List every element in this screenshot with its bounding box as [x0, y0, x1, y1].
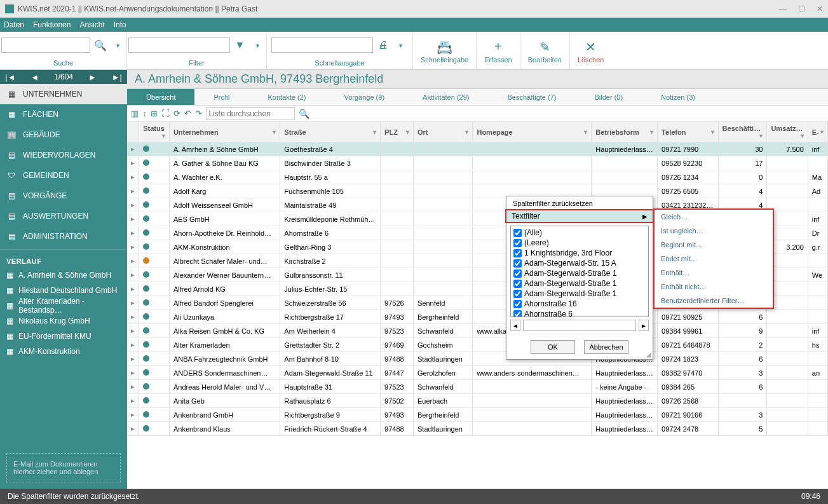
row-handle[interactable]: ▸	[127, 212, 139, 226]
search-icon[interactable]: 🔍	[93, 37, 108, 53]
sidebar-item-gemeinden[interactable]: 🛡GEMEINDEN	[0, 165, 127, 186]
filter-option[interactable]: (Alle)	[512, 228, 647, 238]
row-handle[interactable]: ▸	[127, 352, 139, 366]
filter-option[interactable]: Adam-Stegerwald-Straße 1	[512, 278, 647, 289]
col-header[interactable]: Status▾	[139, 122, 170, 142]
filter-dropdown-icon[interactable]: ▾	[250, 37, 266, 53]
sidebar-item-unternehmen[interactable]: ▦UNTERNEHMEN	[0, 84, 127, 104]
expand-icon[interactable]: ⛶	[161, 109, 170, 118]
table-row[interactable]: ▸Alter KramerladenGrettstadter Str. 2974…	[127, 338, 828, 352]
textfilter-option[interactable]: Benutzerdefinierter Filter…	[655, 294, 773, 308]
filter-funnel-icon[interactable]: ▾	[584, 128, 587, 135]
nav-prev-icon[interactable]: ◄	[31, 72, 39, 82]
table-row[interactable]: ▸Ali UzunkayaRichtbergstraße 1797493Berg…	[127, 310, 828, 324]
redo-icon[interactable]: ↷	[195, 109, 202, 118]
row-handle[interactable]: ▸	[127, 324, 139, 338]
row-handle[interactable]: ▸	[127, 254, 139, 268]
history-item[interactable]: ▦Hiestand Deutschland GmbH	[0, 283, 127, 298]
refresh-icon[interactable]: ⟳	[173, 109, 180, 118]
row-handle[interactable]: ▸	[127, 408, 139, 422]
filter-checkbox[interactable]	[513, 310, 522, 318]
filter-option[interactable]: (Leere)	[512, 238, 647, 248]
menu-ansicht[interactable]: Ansicht	[79, 20, 104, 29]
sidebar-item-administration[interactable]: ▤ADMINISTRATION	[0, 226, 127, 247]
menu-info[interactable]: Info	[114, 20, 126, 29]
filter-checkbox[interactable]	[513, 259, 522, 268]
menu-daten[interactable]: Daten	[4, 20, 24, 29]
maximize-button[interactable]: ☐	[798, 4, 805, 13]
resize-handle-icon[interactable]: ◢	[646, 351, 651, 358]
delete-button[interactable]: ✕ Löschen	[570, 32, 612, 69]
filter-ok-button[interactable]: OK	[531, 340, 575, 354]
col-header[interactable]: Telefon▾	[658, 122, 719, 142]
filter-scroll-left[interactable]: ◄	[510, 320, 520, 331]
table-row[interactable]: ▸ANDERS Sondermaschinen…Adam-Stegerwald-…	[127, 366, 828, 380]
textfilter-option[interactable]: Endet mit…	[655, 252, 773, 266]
history-item[interactable]: ▦Nikolaus Krug GmbH	[0, 313, 127, 329]
quickin-button[interactable]: 📇 Schnelleingabe	[413, 32, 477, 69]
edit-button[interactable]: ✎ Bearbeiten	[520, 32, 570, 69]
col-header[interactable]: Umsatz…▾	[767, 122, 808, 142]
history-item[interactable]: ▦EU-Fördermittel KMU	[0, 329, 127, 344]
printer-icon[interactable]: 🖨	[376, 37, 391, 53]
table-row[interactable]: ▸Anita GebRathausplatz 697502EuerbachHau…	[127, 394, 828, 408]
col-header[interactable]: Beschäftig…▾	[718, 122, 767, 142]
quickout-dropdown-icon[interactable]: ▾	[393, 37, 409, 53]
close-button[interactable]: ✕	[817, 4, 823, 13]
tab-7[interactable]: Notizen (3)	[642, 89, 714, 105]
tab-0[interactable]: Übersicht	[127, 89, 194, 105]
row-handle[interactable]: ▸	[127, 184, 139, 198]
textfilter-option[interactable]: Ist ungleich…	[655, 224, 773, 238]
col-header[interactable]: Betriebsform▾	[592, 122, 658, 142]
sidebar-item-vorgänge[interactable]: ▤VORGÄNGE	[0, 186, 127, 206]
table-row[interactable]: ▸A. Wachter e.K.Hauptstr. 55 a09726 1234…	[127, 170, 828, 184]
filter-textfilter[interactable]: Textfilter ▶	[505, 209, 654, 223]
tab-2[interactable]: Kontakte (2)	[249, 89, 325, 105]
row-handle[interactable]: ▸	[127, 422, 139, 436]
nav-next-icon[interactable]: ►	[88, 72, 97, 82]
row-handle[interactable]: ▸	[127, 268, 139, 282]
row-handle[interactable]: ▸	[127, 142, 139, 156]
filter-funnel-icon[interactable]: ▾	[465, 128, 468, 135]
table-row[interactable]: ▸Alka Reisen GmbH & Co. KGAm Weiherlein …	[127, 324, 828, 338]
row-handle[interactable]: ▸	[127, 198, 139, 212]
filter-checkbox[interactable]	[513, 290, 522, 298]
textfilter-option[interactable]: Enthält nicht…	[655, 280, 773, 294]
filter-option[interactable]: Adam-Stegerwald-Straße 1	[512, 268, 647, 278]
tab-1[interactable]: Profil	[194, 89, 248, 105]
table-row[interactable]: ▸ANBA Fahrzeugtechnik GmbHAm Bahnhof 8-1…	[127, 352, 828, 366]
filter-option[interactable]: Adam-Stegerwald-Str. 15 A	[512, 258, 647, 268]
tab-6[interactable]: Bilder (0)	[575, 89, 642, 105]
filter-checkbox[interactable]	[513, 239, 522, 247]
email-dropzone[interactable]: E-Mail zum Dokumentieren hierher ziehen …	[6, 453, 121, 482]
history-item[interactable]: ▦Alter Kramerladen - Bestandsp…	[0, 298, 127, 313]
filter-search-input[interactable]	[523, 320, 636, 331]
col-header[interactable]: Unternehmen▾	[169, 122, 280, 142]
filter-checkbox[interactable]	[513, 229, 522, 237]
filter-funnel-icon[interactable]: ▾	[373, 128, 376, 135]
col-header[interactable]: E-▾	[808, 122, 827, 142]
sidebar-item-gebäude[interactable]: 🏢GEBÄUDE	[0, 125, 127, 145]
sidebar-item-flächen[interactable]: ▦FLÄCHEN	[0, 104, 127, 125]
row-handle[interactable]: ▸	[127, 296, 139, 310]
search-input[interactable]	[1, 37, 90, 53]
filter-funnel-icon[interactable]: ▾	[801, 132, 804, 139]
minimize-button[interactable]: —	[779, 4, 787, 13]
history-item[interactable]: ▦A. Amrhein & Söhne GmbH	[0, 268, 127, 283]
filter-funnel-icon[interactable]: ▾	[759, 132, 763, 139]
table-row[interactable]: ▸Ankenbrand GmbHRichtbergstraße 997493Be…	[127, 408, 828, 422]
filter-cancel-button[interactable]: Abbrechen	[584, 340, 628, 354]
row-handle[interactable]: ▸	[127, 156, 139, 170]
textfilter-option[interactable]: Gleich…	[655, 210, 773, 224]
quickout-input[interactable]	[271, 37, 373, 53]
table-row[interactable]: ▸Ankenbrand KlausFriedrich-Rückert-Straß…	[127, 422, 828, 436]
row-handle[interactable]: ▸	[127, 240, 139, 254]
filter-funnel-icon[interactable]: ▾	[820, 128, 824, 135]
lock-icon[interactable]: ⊞	[151, 109, 158, 118]
filter-option[interactable]: Adam-Stegerwald-Straße 1	[512, 289, 647, 299]
search-dropdown-icon[interactable]: ▾	[111, 37, 126, 53]
funnel-icon[interactable]: ▼	[233, 37, 248, 53]
row-handle[interactable]: ▸	[127, 394, 139, 408]
col-header[interactable]: PLZ▾	[381, 122, 414, 142]
nav-first-icon[interactable]: |◄	[5, 72, 15, 82]
